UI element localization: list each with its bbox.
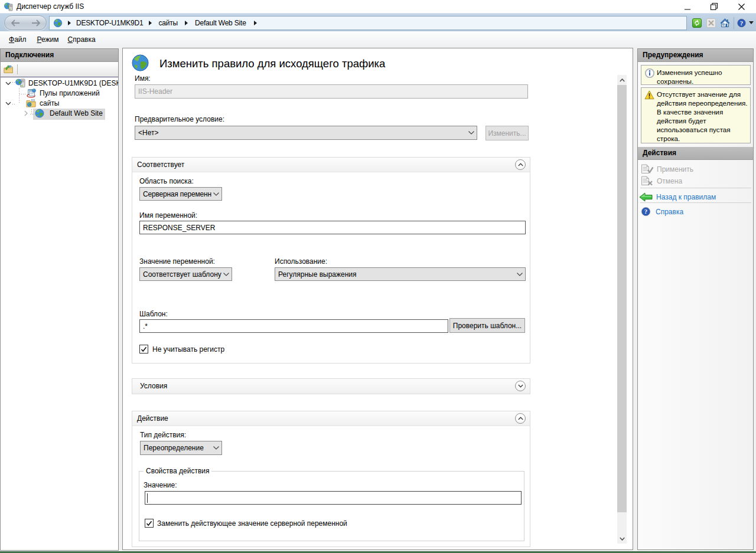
- variable-name-input[interactable]: [139, 221, 526, 234]
- breadcrumb-site[interactable]: Default Web Site: [195, 19, 246, 27]
- conditions-section-title: Условия: [140, 382, 167, 390]
- warning-alert-text: Отсутствует значение для действия переоп…: [657, 90, 748, 143]
- menu-file[interactable]: Файл: [5, 34, 30, 45]
- collapse-match-button[interactable]: [515, 159, 526, 170]
- forward-button[interactable]: [25, 19, 46, 27]
- ignore-case-checkbox[interactable]: [139, 345, 148, 354]
- chevron-up-icon: [518, 417, 523, 420]
- globe-icon: [53, 18, 63, 28]
- scope-label: Область поиска:: [139, 177, 194, 185]
- chevron-down-icon: [213, 192, 219, 196]
- scroll-up-icon: [620, 78, 625, 82]
- toolbar-separator: [17, 64, 18, 74]
- save-connections-icon[interactable]: [4, 65, 14, 74]
- help-dropdown-icon[interactable]: [749, 21, 754, 24]
- info-alert-text: Изменения успешно сохранены.: [657, 68, 722, 86]
- apply-action[interactable]: Применить: [641, 164, 693, 174]
- actions-panel: Предупреждения Изменения успешно сохране…: [637, 48, 754, 550]
- minimize-icon: [685, 4, 691, 10]
- feature-page: Изменить правило для исходящего трафика …: [122, 48, 633, 550]
- minimize-button[interactable]: [677, 0, 698, 13]
- title-bar: Диспетчер служб IIS: [0, 0, 756, 13]
- back-button[interactable]: [5, 19, 25, 27]
- menu-bar: Файл Режим Справка: [0, 31, 756, 47]
- precondition-select[interactable]: <Нет>: [135, 126, 477, 140]
- action-section: Действие Тип действия: Переопределение С…: [132, 411, 530, 547]
- ignore-case-label: Не учитывать регистр: [152, 345, 224, 354]
- pattern-input[interactable]: [139, 319, 448, 333]
- address-toolbar: ?: [692, 18, 754, 28]
- restore-button[interactable]: [704, 0, 724, 13]
- scroll-up-button[interactable]: [617, 75, 627, 85]
- breadcrumb-server[interactable]: DESKTOP-U1MK9D1: [76, 19, 143, 27]
- chevron-down-icon: [518, 384, 523, 388]
- chevron-expanded-icon[interactable]: [5, 102, 11, 106]
- variable-value-select[interactable]: Соответствует шаблону: [139, 267, 232, 281]
- svg-text:?: ?: [644, 208, 647, 215]
- cancel-action[interactable]: Отмена: [641, 176, 682, 186]
- action-section-header: Действие: [132, 411, 530, 426]
- stop-icon: [706, 18, 716, 28]
- check-icon: [141, 346, 147, 352]
- check-icon: [146, 521, 152, 526]
- test-pattern-button[interactable]: Проверить шаблон...: [449, 318, 525, 333]
- name-label: Имя:: [135, 74, 151, 83]
- help-button[interactable]: ?: [737, 18, 747, 28]
- usage-label: Использование:: [275, 257, 327, 266]
- vertical-scrollbar[interactable]: [617, 75, 627, 544]
- tree-item-sites[interactable]: сайты: [1, 98, 118, 109]
- navigation-cluster: [4, 15, 47, 30]
- warning-icon: [644, 90, 654, 100]
- tree-item-app-pools-label: Пулы приложений: [38, 89, 102, 97]
- stop-button[interactable]: [706, 18, 716, 28]
- scrollbar-thumb[interactable]: [617, 85, 627, 512]
- usage-select[interactable]: Регулярные выражения: [275, 267, 526, 281]
- replace-value-checkbox[interactable]: [145, 519, 154, 528]
- page-title: Изменить правило для исходящего трафика: [159, 57, 385, 70]
- back-to-rules-action[interactable]: Назад к правилам: [639, 192, 716, 202]
- back-to-rules-label: Назад к правилам: [656, 193, 716, 201]
- breadcrumb-separator-icon: [185, 21, 188, 25]
- match-section: Соответствует Область поиска: Серверная …: [132, 157, 530, 364]
- variable-name-label: Имя переменной:: [139, 211, 197, 220]
- server-icon: [15, 78, 25, 88]
- home-button[interactable]: [720, 18, 730, 28]
- tree-item-sites-label: сайты: [38, 99, 61, 107]
- menu-help[interactable]: Справка: [64, 34, 99, 45]
- tree-item-default-web-site[interactable]: Default Web Site: [1, 108, 118, 119]
- breadcrumb-separator-icon: [254, 21, 257, 25]
- action-type-select[interactable]: Переопределение: [140, 441, 222, 455]
- chevron-down-icon: [213, 446, 219, 450]
- action-properties-fieldset: Свойства действия Значение: Заменить дей…: [139, 471, 524, 541]
- action-value-input[interactable]: [145, 491, 522, 505]
- back-icon: [11, 19, 20, 27]
- variable-value-label: Значение переменной:: [139, 257, 215, 266]
- window-title: Диспетчер служб IIS: [17, 2, 84, 11]
- tree-item-server-label: DESKTOP-U1MK9D1 (DESKTOP: [27, 79, 118, 87]
- close-button[interactable]: [731, 0, 751, 13]
- collapse-action-button[interactable]: [515, 413, 526, 424]
- scope-select[interactable]: Серверная переменн: [139, 187, 222, 201]
- help-action-label: Справка: [656, 208, 683, 216]
- refresh-button[interactable]: [692, 18, 702, 28]
- tree-item-app-pools[interactable]: Пулы приложений: [1, 88, 118, 99]
- menu-view[interactable]: Режим: [34, 34, 63, 45]
- breadcrumb-sites[interactable]: сайты: [158, 19, 178, 27]
- scroll-down-button[interactable]: [617, 534, 627, 544]
- expand-conditions-button[interactable]: [515, 381, 526, 391]
- edit-precondition-button[interactable]: Изменить...: [485, 126, 529, 140]
- connections-header: Подключения: [1, 49, 118, 62]
- match-section-header: Соответствует: [132, 158, 530, 172]
- breadcrumb[interactable]: DESKTOP-U1MK9D1 сайты Default Web Site: [49, 16, 687, 30]
- actions-separator: [640, 202, 751, 203]
- apply-action-label: Применить: [657, 165, 693, 174]
- tree-item-server[interactable]: DESKTOP-U1MK9D1 (DESKTOP: [1, 78, 118, 89]
- page-globe-icon: [131, 54, 149, 72]
- forward-icon: [31, 19, 41, 27]
- help-circle-icon: ?: [641, 207, 651, 217]
- chevron-collapsed-icon[interactable]: [24, 110, 28, 116]
- chevron-down-icon: [223, 273, 229, 276]
- name-input[interactable]: [135, 84, 528, 99]
- chevron-expanded-icon[interactable]: [5, 81, 11, 86]
- help-action[interactable]: ? Справка: [641, 207, 683, 217]
